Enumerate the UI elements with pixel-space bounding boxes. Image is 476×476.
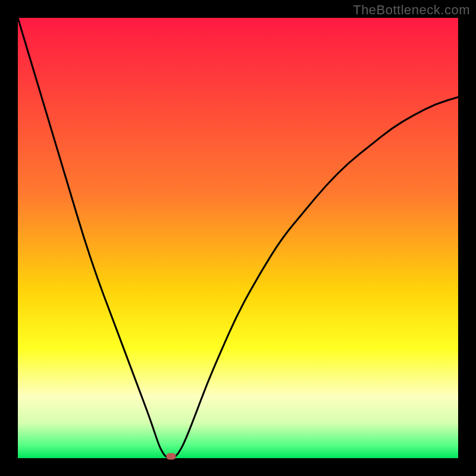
bottleneck-chart bbox=[0, 0, 476, 476]
chart-container: TheBottleneck.com bbox=[0, 0, 476, 476]
attribution-watermark: TheBottleneck.com bbox=[353, 2, 470, 18]
optimum-marker bbox=[167, 453, 176, 460]
